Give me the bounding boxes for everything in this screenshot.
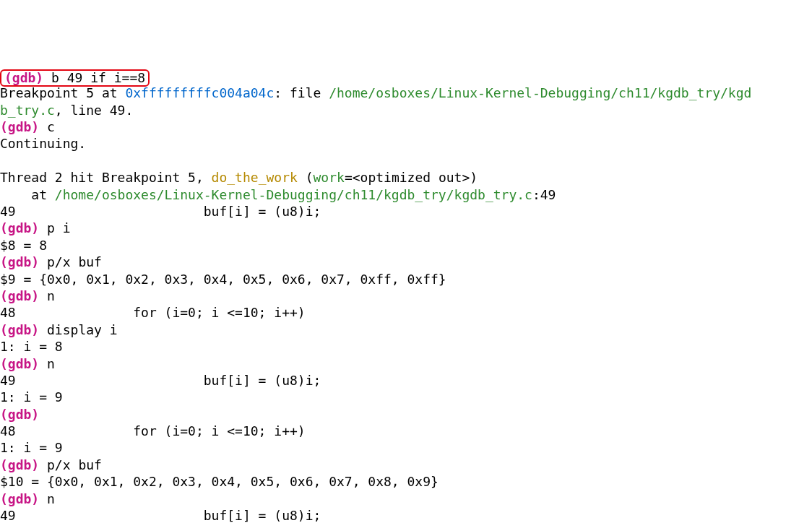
display-output: 1: i = 9 bbox=[0, 440, 63, 455]
gdb-command-line: (gdb) p i bbox=[0, 220, 71, 235]
memory-address: 0xfffffffffc004a04c bbox=[125, 85, 274, 100]
highlighted-command: (gdb) b 49 if i==8 bbox=[0, 69, 150, 87]
gdb-command: display i bbox=[47, 322, 118, 337]
gdb-command-line: (gdb) n bbox=[0, 491, 55, 506]
source-line: 49 buf[i] = (u8)i; bbox=[0, 508, 321, 523]
breakpoint-hit-line: Thread 2 hit Breakpoint 5, do_the_work (… bbox=[0, 170, 478, 185]
gdb-command: n bbox=[47, 288, 55, 303]
gdb-prompt: (gdb) bbox=[0, 322, 47, 337]
gdb-command: n bbox=[47, 491, 55, 506]
gdb-prompt: (gdb) bbox=[0, 220, 47, 235]
gdb-prompt: (gdb) bbox=[0, 491, 47, 506]
display-output: 1: i = 8 bbox=[0, 339, 63, 354]
gdb-command: b 49 if i==8 bbox=[51, 70, 145, 85]
gdb-prompt: (gdb) bbox=[0, 356, 47, 371]
gdb-command-line: (gdb) n bbox=[0, 356, 55, 371]
print-output: $10 = {0x0, 0x1, 0x2, 0x3, 0x4, 0x5, 0x6… bbox=[0, 474, 439, 489]
argument-name: work bbox=[314, 170, 345, 185]
gdb-command: c bbox=[47, 119, 55, 134]
continuing-message: Continuing. bbox=[0, 136, 86, 151]
source-location-line: at /home/osboxes/Linux-Kernel-Debugging/… bbox=[0, 187, 556, 202]
gdb-command: p/x buf bbox=[47, 457, 102, 472]
gdb-prompt: (gdb) bbox=[0, 288, 47, 303]
file-path: /home/osboxes/Linux-Kernel-Debugging/ch1… bbox=[55, 187, 532, 202]
gdb-command: p i bbox=[47, 220, 71, 235]
gdb-command-line: (gdb) c bbox=[0, 119, 55, 134]
breakpoint-info-continuation: b_try.c, line 49. bbox=[0, 103, 133, 118]
gdb-prompt: (gdb) bbox=[0, 457, 47, 472]
gdb-command-line: (gdb) display i bbox=[0, 322, 118, 337]
gdb-command-line: (gdb) bbox=[0, 407, 47, 422]
source-line: 49 buf[i] = (u8)i; bbox=[0, 373, 321, 388]
terminal-output: (gdb) b 49 if i==8 Breakpoint 5 at 0xfff… bbox=[0, 67, 812, 523]
gdb-command: p/x buf bbox=[47, 254, 102, 269]
breakpoint-info-line: Breakpoint 5 at 0xfffffffffc004a04c: fil… bbox=[0, 85, 751, 100]
source-line: 48 for (i=0; i <=10; i++) bbox=[0, 423, 306, 438]
gdb-prompt: (gdb) bbox=[0, 407, 47, 422]
source-line: 49 buf[i] = (u8)i; bbox=[0, 204, 321, 219]
gdb-command-line: (gdb) p/x buf bbox=[0, 457, 102, 472]
gdb-command-line: (gdb) n bbox=[0, 288, 55, 303]
print-output: $9 = {0x0, 0x1, 0x2, 0x3, 0x4, 0x5, 0x6,… bbox=[0, 272, 446, 287]
gdb-prompt: (gdb) bbox=[0, 254, 47, 269]
display-output: 1: i = 9 bbox=[0, 389, 63, 405]
gdb-prompt: (gdb) bbox=[0, 119, 47, 134]
function-name: do_the_work bbox=[212, 170, 298, 185]
gdb-command-line: (gdb) p/x buf bbox=[0, 254, 102, 269]
gdb-prompt: (gdb) bbox=[4, 70, 51, 85]
gdb-command: n bbox=[47, 356, 55, 371]
file-path-cont: b_try.c bbox=[0, 103, 55, 118]
print-output: $8 = 8 bbox=[0, 238, 47, 253]
file-path: /home/osboxes/Linux-Kernel-Debugging/ch1… bbox=[329, 85, 751, 100]
source-line: 48 for (i=0; i <=10; i++) bbox=[0, 305, 306, 320]
